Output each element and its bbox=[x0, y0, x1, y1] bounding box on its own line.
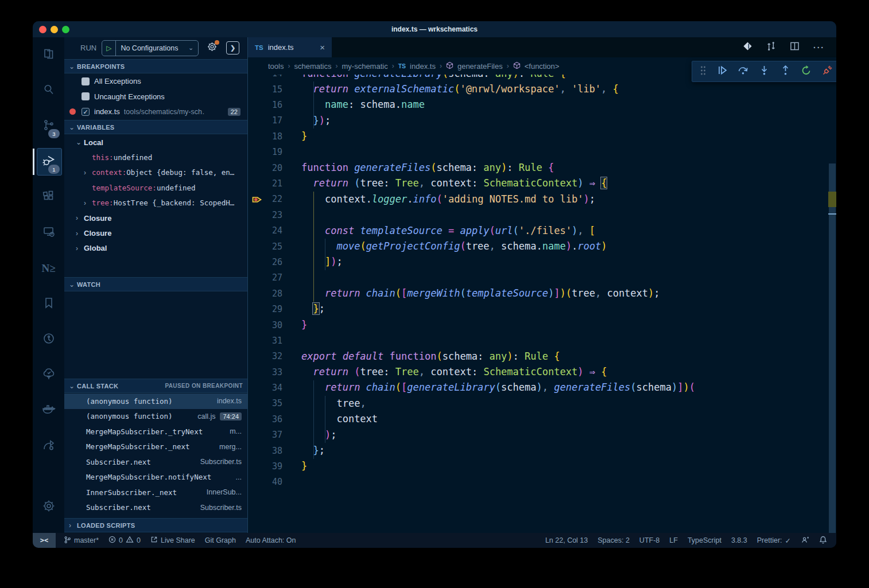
line-number[interactable]: 39 bbox=[248, 461, 282, 472]
code-line[interactable]: 19 bbox=[248, 145, 828, 160]
breadcrumb-item[interactable]: generateFiles bbox=[457, 62, 503, 71]
variable-row[interactable]: ›tree: HostTree {_backend: ScopedH… bbox=[64, 196, 247, 211]
code-line[interactable]: 35 tree, bbox=[248, 396, 828, 411]
toolbar-drag-grip[interactable] bbox=[700, 65, 707, 78]
call-stack-section-header[interactable]: ⌄ CALL STACK PAUSED ON BREAKPOINT bbox=[64, 379, 247, 393]
call-stack-frame[interactable]: MergeMapSubscriber._tryNextm... bbox=[64, 424, 247, 439]
line-number[interactable]: 27 bbox=[248, 272, 282, 283]
checkbox-unchecked[interactable] bbox=[82, 92, 90, 100]
call-stack-frame[interactable]: MergeMapSubscriber._nextmerg... bbox=[64, 439, 247, 455]
line-number[interactable]: 21 bbox=[248, 178, 282, 189]
checkbox-checked[interactable] bbox=[82, 108, 90, 116]
indentation-indicator[interactable]: Spaces: 2 bbox=[598, 536, 630, 544]
remote-indicator[interactable]: >< bbox=[33, 533, 56, 548]
variable-row[interactable]: ›Closure bbox=[64, 225, 247, 240]
open-changes-icon[interactable] bbox=[743, 41, 752, 53]
loaded-scripts-section-header[interactable]: › LOADED SCRIPTS bbox=[64, 518, 247, 532]
sidebar-item-search[interactable] bbox=[33, 73, 64, 108]
code-line[interactable]: 29 }; bbox=[248, 301, 828, 317]
code-line[interactable]: 21 return (tree: Tree, context: Schemati… bbox=[248, 176, 828, 191]
variables-section-header[interactable]: ⌄ VARIABLES bbox=[64, 120, 247, 134]
breakpoints-section-header[interactable]: ⌄ BREAKPOINTS bbox=[64, 59, 247, 73]
call-stack-frame[interactable]: Subscriber.nextSubscriber.ts bbox=[64, 500, 247, 516]
close-tab-icon[interactable]: × bbox=[320, 42, 325, 52]
debug-configuration-dropdown[interactable]: ▷ No Configurations ⌄ bbox=[102, 40, 199, 56]
code-line[interactable]: 38 }; bbox=[248, 443, 828, 458]
start-debug-icon[interactable]: ▷ bbox=[106, 44, 111, 52]
line-number[interactable]: 40 bbox=[248, 477, 282, 487]
code-line[interactable]: 26 ]); bbox=[248, 254, 828, 270]
twisty-icon[interactable]: › bbox=[76, 214, 84, 222]
sidebar-item-bookmarks[interactable] bbox=[33, 286, 64, 322]
compare-changes-icon[interactable] bbox=[766, 41, 776, 53]
line-number[interactable]: 28 bbox=[248, 289, 282, 299]
breakpoint-all-exceptions[interactable]: All Exceptions bbox=[64, 74, 247, 89]
code-line[interactable]: 25 move(getProjectConfig(tree, schema.na… bbox=[248, 239, 828, 254]
code-line[interactable]: 17 }); bbox=[248, 113, 828, 128]
code-line[interactable]: 40 bbox=[248, 474, 828, 490]
twisty-icon[interactable]: ⌄ bbox=[76, 138, 84, 146]
code-line[interactable]: 31 bbox=[248, 333, 828, 348]
configure-launch-button[interactable] bbox=[207, 41, 218, 54]
sidebar-item-explorer[interactable] bbox=[33, 37, 64, 73]
code-line[interactable]: 27 bbox=[248, 270, 828, 286]
code-line[interactable]: 33 return (tree: Tree, context: Schemati… bbox=[248, 364, 828, 380]
line-number[interactable]: 32 bbox=[248, 351, 282, 361]
continue-button[interactable] bbox=[717, 65, 728, 78]
variable-row[interactable]: ›Global bbox=[64, 241, 247, 256]
line-number[interactable]: 36 bbox=[248, 414, 282, 425]
prettier-indicator[interactable]: Prettier: ✓ bbox=[757, 536, 791, 545]
breadcrumb-item[interactable]: index.ts bbox=[410, 62, 436, 71]
line-number[interactable]: 31 bbox=[248, 336, 282, 346]
breakpoint-uncaught-exceptions[interactable]: Uncaught Exceptions bbox=[64, 89, 247, 104]
code-area[interactable]: 14function generateLibrary(schema: any):… bbox=[248, 57, 836, 533]
code-line[interactable]: 24 const templateSource = apply(url('./f… bbox=[248, 223, 828, 239]
auto-attach-indicator[interactable]: Auto Attach: On bbox=[246, 536, 296, 544]
line-number[interactable]: 19 bbox=[248, 147, 282, 157]
line-number[interactable]: 37 bbox=[248, 430, 282, 440]
code-line[interactable]: 30} bbox=[248, 317, 828, 333]
sidebar-item-extensions[interactable] bbox=[33, 180, 64, 215]
line-number[interactable]: 24 bbox=[248, 225, 282, 236]
twisty-icon[interactable]: › bbox=[76, 244, 84, 252]
line-number[interactable]: 26 bbox=[248, 257, 282, 267]
call-stack-frame[interactable]: (anonymous function)call.js74:24 bbox=[64, 409, 247, 425]
restart-button[interactable] bbox=[801, 65, 812, 78]
line-number[interactable]: 30 bbox=[248, 320, 282, 330]
line-number[interactable]: 17 bbox=[248, 115, 282, 126]
manage-settings-button[interactable] bbox=[33, 489, 64, 525]
code-line[interactable]: 28 return chain([mergeWith(templateSourc… bbox=[248, 286, 828, 301]
sidebar-item-docker[interactable] bbox=[33, 393, 64, 429]
code-line[interactable]: 23 bbox=[248, 207, 828, 223]
variable-row[interactable]: ›context: Object {debug: false, en… bbox=[64, 165, 247, 180]
sidebar-item-git-history[interactable] bbox=[33, 322, 64, 357]
step-into-button[interactable] bbox=[759, 65, 770, 78]
minimize-window-button[interactable] bbox=[51, 26, 58, 33]
code-line[interactable]: 16 name: schema.name bbox=[248, 97, 828, 112]
breadcrumb-item[interactable]: <function> bbox=[525, 62, 560, 71]
line-number[interactable]: 35 bbox=[248, 398, 282, 408]
line-number[interactable]: 33 bbox=[248, 367, 282, 377]
variable-row[interactable]: templateSource: undefined bbox=[64, 180, 247, 195]
encoding-indicator[interactable]: UTF-8 bbox=[639, 536, 659, 544]
step-out-button[interactable] bbox=[780, 65, 791, 78]
call-stack-frame[interactable]: Subscriber.nextSubscriber.ts bbox=[64, 454, 247, 470]
twisty-icon[interactable]: › bbox=[84, 199, 92, 207]
breadcrumb-item[interactable]: schematics bbox=[294, 62, 331, 71]
line-number[interactable]: 20 bbox=[248, 163, 282, 173]
line-number[interactable]: 25 bbox=[248, 242, 282, 252]
sidebar-item-remote-explorer[interactable] bbox=[33, 215, 64, 251]
variable-row[interactable]: ›Closure bbox=[64, 211, 247, 225]
sidebar-item-nx-console[interactable]: N≥ bbox=[33, 251, 64, 286]
checkbox-unchecked[interactable] bbox=[82, 77, 90, 85]
sidebar-item-live-share-sessions[interactable] bbox=[33, 429, 64, 464]
editor-scrollbar[interactable] bbox=[828, 37, 836, 533]
breadcrumb-item[interactable]: tools bbox=[268, 62, 284, 71]
feedback-button[interactable] bbox=[801, 536, 809, 546]
line-number[interactable]: 29 bbox=[248, 304, 282, 314]
code-line[interactable]: 34 return chain([generateLibrary(schema)… bbox=[248, 380, 828, 395]
watch-section-header[interactable]: ⌄ WATCH bbox=[64, 277, 247, 291]
more-actions-icon[interactable]: ··· bbox=[813, 43, 825, 52]
line-number[interactable]: 15 bbox=[248, 84, 282, 95]
split-editor-icon[interactable] bbox=[790, 41, 800, 53]
